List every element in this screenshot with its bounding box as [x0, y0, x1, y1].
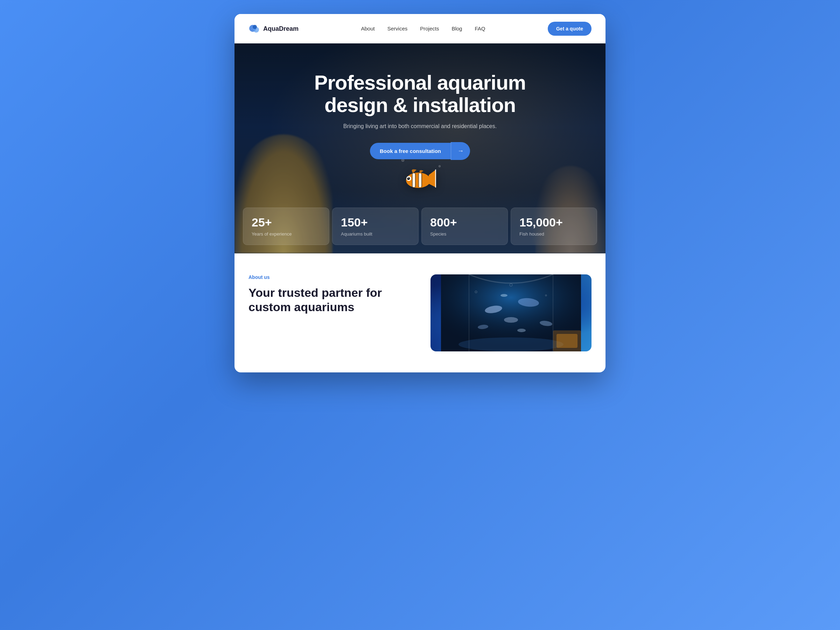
about-title: Your trusted partner for custom aquarium… [248, 286, 409, 314]
stat-experience-label: Years of experience [252, 231, 292, 237]
svg-point-23 [517, 328, 526, 332]
stat-fish-number: 15,000+ [519, 216, 588, 229]
svg-point-19 [504, 317, 518, 323]
svg-rect-8 [418, 173, 419, 187]
logo-text: AquaDream [263, 25, 298, 33]
about-text: About us Your trusted partner for custom… [248, 275, 409, 314]
consultation-arrow-button[interactable]: → [451, 142, 470, 160]
hero-section: Professional aquarium design & installat… [235, 43, 605, 253]
browser-window: AquaDream About Services Projects Blog F… [235, 14, 605, 373]
svg-point-2 [253, 25, 257, 29]
stat-fish-label: Fish housed [519, 231, 544, 237]
hero-cta-group: Book a free consultation → [370, 142, 470, 160]
svg-rect-9 [422, 173, 422, 187]
svg-rect-5 [418, 173, 422, 187]
about-label: About us [248, 275, 409, 280]
svg-rect-7 [415, 173, 416, 187]
stats-bar: 25+ Years of experience 150+ Aquariums b… [235, 206, 605, 253]
stat-experience-number: 25+ [252, 216, 321, 229]
stat-species-number: 800+ [430, 216, 499, 229]
nav-blog[interactable]: Blog [452, 25, 462, 32]
stat-species-label: Species [430, 231, 446, 237]
consultation-button[interactable]: Book a free consultation [370, 143, 451, 159]
stat-aquariums-number: 150+ [341, 216, 410, 229]
about-section: About us Your trusted partner for custom… [235, 253, 605, 373]
nav-services[interactable]: Services [387, 25, 408, 32]
svg-point-13 [408, 177, 409, 178]
svg-point-22 [501, 294, 507, 297]
stat-aquariums-label: Aquariums built [341, 231, 373, 237]
stat-species: 800+ Species [422, 208, 508, 245]
stat-aquariums: 150+ Aquariums built [332, 208, 418, 245]
hero-content: Professional aquarium design & installat… [235, 43, 605, 174]
svg-point-16 [458, 337, 564, 351]
nav-faq[interactable]: FAQ [475, 25, 485, 32]
get-quote-button[interactable]: Get a quote [548, 22, 592, 36]
hero-subtitle: Bringing living art into both commercial… [242, 123, 598, 129]
logo[interactable]: AquaDream [248, 23, 298, 35]
svg-rect-6 [412, 173, 413, 187]
svg-rect-4 [412, 173, 415, 187]
aquarium-scene [431, 275, 592, 351]
logo-icon [248, 23, 261, 35]
stat-experience: 25+ Years of experience [243, 208, 329, 245]
hero-title: Professional aquarium design & installat… [242, 71, 598, 116]
svg-rect-28 [556, 334, 578, 348]
stat-fish: 15,000+ Fish housed [511, 208, 597, 245]
nav-about[interactable]: About [361, 25, 375, 32]
about-image [431, 275, 592, 351]
nav-projects[interactable]: Projects [420, 25, 439, 32]
navbar: AquaDream About Services Projects Blog F… [235, 14, 605, 43]
nav-links: About Services Projects Blog FAQ [361, 25, 485, 32]
